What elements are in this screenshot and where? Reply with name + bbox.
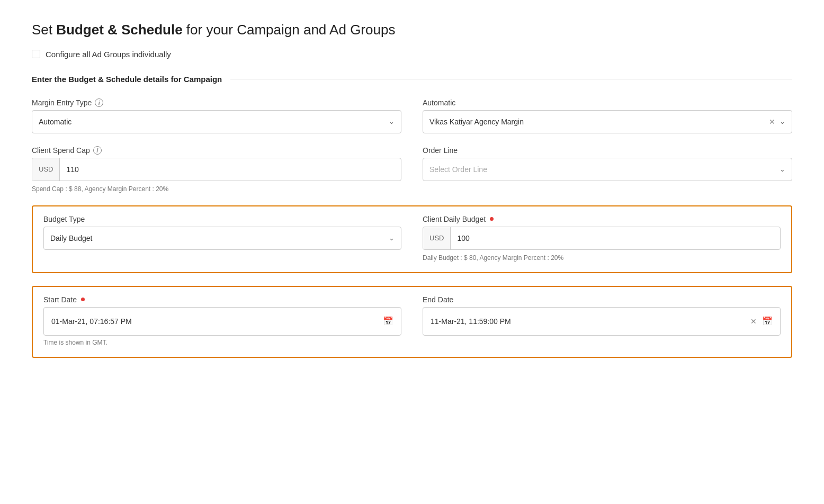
margin-entry-info-icon[interactable]: i (95, 98, 103, 107)
section-divider (230, 79, 792, 79)
client-spend-cap-input-wrapper: USD (32, 158, 401, 181)
date-section: Start Date 01-Mar-21, 07:16:57 PM 📅 End … (32, 286, 792, 358)
client-daily-budget-label: Client Daily Budget (423, 215, 781, 223)
agency-margin-value: Vikas Katiyar Agency Margin (429, 118, 768, 126)
agency-margin-label: Automatic (423, 98, 792, 107)
agency-margin-chevron-icon: ⌄ (780, 118, 785, 125)
form-row-2: Client Spend Cap i USD Spend Cap : $ 88,… (32, 146, 792, 193)
margin-entry-type-field: Margin Entry Type i Automatic ⌄ (32, 98, 401, 133)
start-date-field: Start Date 01-Mar-21, 07:16:57 PM 📅 (43, 295, 401, 336)
start-date-calendar-icon[interactable]: 📅 (383, 316, 393, 326)
date-grid: Start Date 01-Mar-21, 07:16:57 PM 📅 End … (43, 295, 781, 336)
order-line-chevron-icon: ⌄ (780, 165, 785, 173)
agency-margin-field: Automatic Vikas Katiyar Agency Margin ✕ … (423, 98, 792, 133)
client-spend-cap-info-icon[interactable]: i (93, 146, 102, 155)
configure-adgroups-label: Configure all Ad Groups individually (46, 50, 171, 59)
end-date-label: End Date (423, 295, 781, 304)
margin-entry-value: Automatic (39, 118, 389, 126)
client-spend-cap-label: Client Spend Cap i (32, 146, 401, 155)
start-date-value: 01-Mar-21, 07:16:57 PM (51, 317, 379, 326)
order-line-field: Order Line Select Order Line ⌄ (423, 146, 792, 193)
client-daily-budget-hint: Daily Budget : $ 80, Agency Margin Perce… (423, 254, 781, 262)
agency-margin-clear-icon[interactable]: ✕ (768, 116, 776, 127)
section-header: Enter the Budget & Schedule details for … (32, 75, 792, 84)
client-daily-budget-required-dot (490, 217, 494, 221)
end-date-value: 11-Mar-21, 11:59:00 PM (431, 317, 745, 326)
client-spend-cap-hint: Spend Cap : $ 88, Agency Margin Percent … (32, 185, 401, 193)
page-title: Set Budget & Schedule for your Campaign … (32, 21, 792, 39)
budget-type-section: Budget Type Daily Budget ⌄ Client Daily … (32, 205, 792, 273)
margin-entry-type-label: Margin Entry Type i (32, 98, 401, 107)
section-header-text: Enter the Budget & Schedule details for … (32, 75, 222, 84)
configure-adgroups-checkbox[interactable] (32, 50, 40, 58)
client-daily-budget-input-wrapper: USD (423, 227, 781, 250)
configure-adgroups-row: Configure all Ad Groups individually (32, 50, 792, 59)
order-line-placeholder: Select Order Line (429, 165, 780, 174)
start-date-required-dot (81, 298, 85, 301)
start-date-input-wrapper[interactable]: 01-Mar-21, 07:16:57 PM 📅 (43, 307, 401, 336)
client-daily-budget-currency: USD (423, 227, 451, 249)
budget-type-value: Daily Budget (50, 234, 389, 242)
order-line-select[interactable]: Select Order Line ⌄ (423, 158, 792, 181)
order-line-label: Order Line (423, 146, 792, 155)
end-date-field: End Date 11-Mar-21, 11:59:00 PM ✕ 📅 (423, 295, 781, 336)
end-date-clear-icon[interactable]: ✕ (749, 316, 758, 327)
client-spend-cap-input[interactable] (60, 165, 401, 174)
budget-type-label: Budget Type (43, 215, 401, 223)
margin-entry-chevron-icon: ⌄ (389, 118, 395, 125)
client-spend-cap-field: Client Spend Cap i USD Spend Cap : $ 88,… (32, 146, 401, 193)
agency-margin-select[interactable]: Vikas Katiyar Agency Margin ✕ ⌄ (423, 110, 792, 133)
budget-type-field: Budget Type Daily Budget ⌄ (43, 215, 401, 262)
time-note: Time is shown in GMT. (43, 339, 781, 346)
start-date-label: Start Date (43, 295, 401, 304)
budget-grid: Budget Type Daily Budget ⌄ Client Daily … (43, 215, 781, 262)
client-daily-budget-field: Client Daily Budget USD Daily Budget : $… (423, 215, 781, 262)
form-row-1: Margin Entry Type i Automatic ⌄ Automati… (32, 98, 792, 133)
end-date-input-wrapper[interactable]: 11-Mar-21, 11:59:00 PM ✕ 📅 (423, 307, 781, 336)
budget-type-select[interactable]: Daily Budget ⌄ (43, 227, 401, 250)
end-date-calendar-icon[interactable]: 📅 (762, 316, 773, 326)
margin-entry-select[interactable]: Automatic ⌄ (32, 110, 401, 133)
budget-type-chevron-icon: ⌄ (389, 234, 395, 242)
client-daily-budget-input[interactable] (451, 234, 780, 242)
client-spend-cap-currency: USD (32, 158, 60, 181)
